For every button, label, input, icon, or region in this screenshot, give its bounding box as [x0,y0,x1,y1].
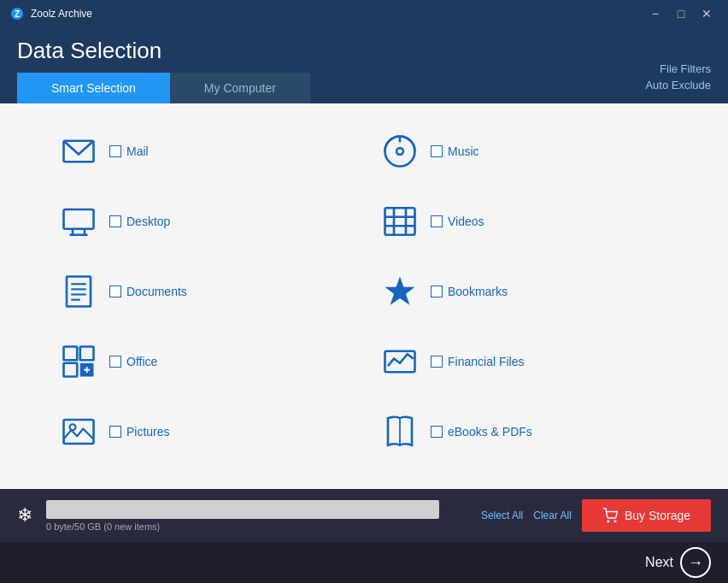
videos-label[interactable]: Videos [431,215,484,228]
music-label[interactable]: Music [431,144,479,158]
tab-smart-selection[interactable]: Smart Selection [17,73,170,103]
progress-bar-background [46,500,439,519]
pictures-label[interactable]: Pictures [109,425,170,439]
cart-icon [602,508,618,523]
financial-icon [379,341,420,382]
ebooks-checkbox[interactable] [431,426,443,438]
documents-checkbox[interactable] [109,286,121,297]
list-item[interactable]: Bookmarks [373,261,677,322]
tab-my-computer[interactable]: My Computer [170,73,310,103]
svg-rect-11 [385,208,415,235]
freeze-icon: ❄ [17,504,32,527]
list-item[interactable]: Music [373,121,677,182]
mail-checkbox[interactable] [109,145,121,157]
app-title: Zoolz Archive [31,8,92,20]
pictures-checkbox[interactable] [109,426,121,438]
select-all-button[interactable]: Select All [481,509,523,521]
app-container: Data Selection Smart Selection My Comput… [0,27,728,583]
desktop-icon [58,201,99,242]
music-checkbox[interactable] [431,145,443,157]
list-item[interactable]: eBooks & PDFs [373,401,677,462]
ebooks-icon [379,411,420,452]
file-filters-link[interactable]: File Filters [645,62,711,75]
svg-text:Z: Z [15,9,20,19]
svg-marker-21 [385,277,415,305]
desktop-checkbox[interactable] [109,215,121,227]
svg-rect-16 [67,277,91,307]
bottom-bar: ❄ 0 byte/50 GB (0 new items) Select All … [0,489,728,542]
header-left: Data Selection Smart Selection My Comput… [17,38,310,103]
svg-point-32 [608,521,609,522]
main-content: Mail Music Desktop [0,103,728,489]
next-arrow-icon: → [680,547,711,578]
list-item[interactable]: Pictures [51,401,355,462]
app-icon: Z [10,7,24,21]
clear-all-button[interactable]: Clear All [533,509,572,521]
window-controls: − □ ✕ [644,5,718,22]
office-checkbox[interactable] [109,356,121,368]
svg-rect-23 [80,347,94,361]
list-item[interactable]: Desktop [51,191,355,252]
office-icon [58,341,99,382]
ebooks-label[interactable]: eBooks & PDFs [431,425,532,439]
list-item[interactable]: Documents [51,261,355,322]
desktop-label[interactable]: Desktop [109,215,170,228]
next-label: Next [645,555,673,570]
bottom-right-controls: Select All Clear All Buy Storage [481,499,711,532]
mail-label[interactable]: Mail [109,144,149,158]
svg-point-33 [614,521,616,522]
pictures-icon [58,411,99,452]
financial-checkbox[interactable] [431,356,443,368]
header: Data Selection Smart Selection My Comput… [0,27,728,103]
documents-icon [58,271,99,312]
storage-info: 0 byte/50 GB (0 new items) [46,521,439,532]
header-right: File Filters Auto Exclude [645,62,711,103]
list-item[interactable]: Financial Files [373,331,677,392]
page-title: Data Selection [17,38,310,64]
financial-label[interactable]: Financial Files [431,355,524,368]
svg-rect-22 [64,347,78,361]
svg-rect-24 [64,363,78,377]
documents-label[interactable]: Documents [109,285,187,298]
office-label[interactable]: Office [109,355,157,368]
bookmarks-label[interactable]: Bookmarks [431,285,508,298]
title-bar-left: Z Zoolz Archive [10,7,92,21]
next-button[interactable]: Next → [645,547,711,578]
tab-bar: Smart Selection My Computer [17,73,310,103]
list-item[interactable]: Office [51,331,355,392]
buy-storage-button[interactable]: Buy Storage [582,499,711,532]
close-button[interactable]: ✕ [696,5,718,22]
progress-container: 0 byte/50 GB (0 new items) [46,500,439,532]
svg-point-5 [397,149,402,153]
list-item[interactable]: Videos [373,191,677,252]
svg-rect-29 [64,420,94,444]
bookmarks-checkbox[interactable] [431,286,443,297]
mail-icon [58,131,99,172]
auto-exclude-link[interactable]: Auto Exclude [645,79,711,91]
maximize-button[interactable]: □ [670,5,692,22]
videos-checkbox[interactable] [431,215,443,227]
minimize-button[interactable]: − [644,5,666,22]
title-bar: Z Zoolz Archive − □ ✕ [0,0,728,27]
svg-rect-7 [64,209,94,229]
footer: Next → [0,542,728,583]
list-item[interactable]: Mail [51,121,355,182]
svg-point-30 [70,424,76,430]
videos-icon [379,201,420,242]
music-icon [379,131,420,172]
bookmarks-icon [379,271,420,312]
